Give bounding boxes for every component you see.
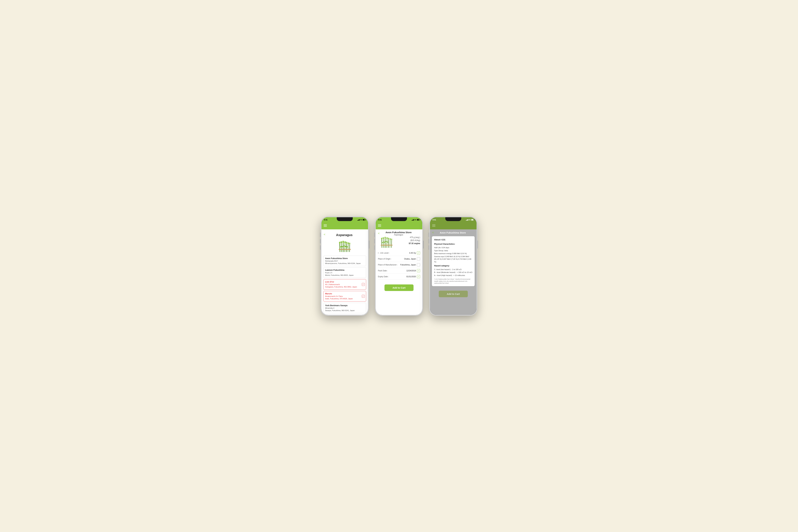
add-to-cart-button-3[interactable]: Add to Cart: [439, 291, 468, 297]
5g-label-2: 5G: [415, 219, 416, 221]
store-list: Aeon Fukushima Store Nishiarada-5017 Min…: [321, 255, 368, 315]
physical-title: Physical Charactistics:: [434, 243, 472, 246]
detail-rows: I - 131 Level : 0.45 Gy ✓ Place of Origi…: [378, 250, 420, 280]
detail-value-0: 0.45 Gy: [400, 252, 416, 254]
svg-line-20: [382, 239, 382, 248]
svg-line-1: [341, 243, 342, 252]
product-row: 475 g (avg.) ($15.41/kg) $7.32 avg/ea: [378, 236, 420, 248]
store-item-3[interactable]: Maruto Amakomachi-3-4 Taira Iwaki, Fukus…: [323, 291, 366, 302]
phones-container: 9:41 5G <: [321, 216, 477, 316]
reference-line: "I-131 Radionuclide Fact Sheet." Stanfor…: [434, 278, 472, 284]
store-item-2[interactable]: Lion D'or 40-1 Nakanomachi Sukagawa, Fuk…: [323, 279, 366, 290]
status-time-3: 9:41: [433, 219, 436, 221]
hamburger-icon-1[interactable]: [324, 224, 327, 227]
svg-point-11: [346, 242, 347, 244]
check-mark-4: ✓: [418, 276, 419, 278]
hazard-b-line: B - level (Moderate hazard) : > 100 uCi …: [434, 271, 472, 274]
store-item-1[interactable]: Lawson Fukushima Koya-1-5 Morioi, Fukush…: [323, 267, 366, 278]
product-detail-section: 475 g (avg.) ($15.41/kg) $7.32 avg/ea I …: [376, 236, 422, 282]
add-to-cart-wrap-3: Add to Cart: [430, 288, 477, 299]
back-button-2[interactable]: <: [378, 232, 380, 235]
app-header-1: [321, 222, 368, 229]
app-header-3: [430, 222, 477, 229]
svg-point-7: [339, 242, 340, 244]
detail-label-1: Place of Origin :: [378, 258, 399, 260]
svg-line-3: [345, 243, 345, 252]
phone-1: 9:41 5G <: [321, 216, 369, 316]
hazard-title: Hazard category:: [434, 264, 472, 267]
back-button-3[interactable]: <: [432, 231, 434, 234]
store-item-0[interactable]: Aeon Fukushima Store Nishiarada-5017 Min…: [323, 256, 366, 266]
status-time-2: 9:41: [378, 219, 382, 221]
notch-2: [391, 217, 407, 221]
check-box-0[interactable]: ✓: [417, 251, 420, 254]
detail-value-4: 01/31/2020: [400, 276, 416, 278]
detail-value-3: 12/24/2019: [400, 270, 416, 272]
screen-1-content: < Asparagus: [321, 229, 368, 315]
store-item-4[interactable]: York Benimaru Sasaya Minamida-3 Sasaya, …: [323, 303, 366, 313]
flag-check-2: ✓: [362, 283, 364, 286]
svg-point-29: [384, 237, 386, 239]
store-address-2a: 40-1 Nakanomachi: [325, 283, 364, 286]
svg-point-27: [381, 238, 382, 240]
store-address-2b: Sukagawa, Fukushima, 962-0852, Japan: [325, 286, 364, 288]
svg-line-24: [388, 239, 388, 248]
info-title: About I-131: [434, 238, 472, 242]
phone-3: 9:41 5G: [429, 216, 477, 316]
status-right-3: 5G: [466, 219, 474, 221]
store-name-3: Maruto: [325, 292, 364, 295]
detail-label-0: I - 131 Level :: [378, 252, 399, 254]
signal-bars-3: [466, 219, 468, 221]
status-time-1: 9:41: [324, 219, 327, 221]
store-address-3a: Amakomachi-3-4 Taira: [325, 295, 364, 298]
detail-row-0: I - 131 Level : 0.45 Gy ✓: [378, 250, 420, 256]
screen-2-content: < Aeon Fukushima Store Asparagus: [376, 229, 422, 315]
check-box-1[interactable]: [417, 257, 420, 261]
5g-label-3: 5G: [469, 219, 471, 221]
battery-1: [363, 219, 365, 221]
check-box-3[interactable]: ✓: [417, 269, 420, 272]
svg-point-32: [390, 238, 391, 240]
svg-point-31: [388, 238, 389, 240]
product-weight: 475 g (avg.): [397, 236, 420, 239]
check-box-2[interactable]: [417, 263, 420, 266]
status-right-2: 5G: [412, 219, 420, 221]
svg-line-23: [387, 238, 387, 248]
product-price-kg: ($15.41/kg): [397, 239, 420, 242]
hamburger-icon-3[interactable]: [432, 224, 435, 227]
check-box-4[interactable]: ✓: [417, 275, 420, 278]
store-address-0b: Minamiyanome, Fukushima, 960-0194, Japan: [325, 262, 364, 265]
product-price-avg: $7.32 avg/ea: [397, 242, 420, 245]
svg-line-21: [383, 238, 383, 248]
status-right-1: 5G: [357, 219, 365, 221]
svg-point-12: [348, 242, 349, 244]
store-address-4a: Minamida-3: [325, 307, 364, 309]
check-mark-3: ✓: [418, 270, 419, 272]
flag-check-3: ✓: [362, 295, 364, 297]
svg-point-10: [344, 241, 346, 243]
product-subtitle-2: Asparagus: [380, 234, 418, 236]
svg-point-28: [383, 237, 384, 239]
back-button-1[interactable]: <: [324, 233, 325, 236]
detail-row-1: Place of Origin : Osaka, Japan: [378, 256, 420, 262]
svg-point-30: [386, 237, 388, 239]
svg-point-13: [349, 243, 350, 245]
hamburger-icon-2[interactable]: [378, 224, 381, 227]
detail-value-1: Osaka, Japan: [400, 258, 416, 260]
flag-icon-3: ✓: [362, 295, 365, 298]
beta-energy-line: Beta maximum energy 0.806 MeV (0.6 %): [434, 252, 472, 255]
store-name-4: York Benimaru Sasaya: [325, 304, 364, 307]
store-address-1b: Morioi, Fukushima, 960-8003, Japan: [325, 274, 364, 277]
store-item-5[interactable]: 7-Eleven Fukushima Ekimae Azuma-dori 1-2…: [323, 315, 366, 315]
notch-1: [337, 217, 353, 221]
app-header-2: [376, 222, 422, 229]
store-address-4b: Sasaya, Fukushima, 960-0241, Japan: [325, 309, 364, 312]
store-name-1: Lawson Fukushima: [325, 269, 364, 271]
asparagus-svg-2: [378, 236, 396, 248]
store-title-3: Aeon Fukushima Store: [434, 231, 472, 234]
svg-rect-14: [339, 249, 351, 250]
notch-3: [445, 217, 461, 221]
add-to-cart-button-2[interactable]: Add to Cart: [384, 284, 414, 291]
store-address-3b: Iwaki, Fukushima, 970-8026, Japan: [325, 298, 364, 300]
phone-2: 9:41 5G <: [375, 216, 423, 316]
